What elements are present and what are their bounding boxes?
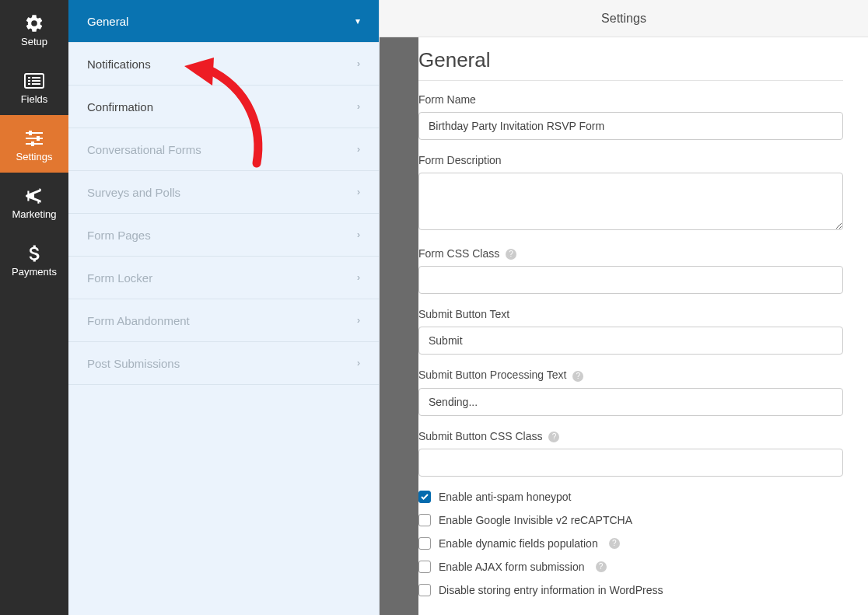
form-name-input[interactable] <box>418 112 843 140</box>
sub-item-conversational-forms[interactable]: Conversational Forms › <box>68 128 379 171</box>
help-icon[interactable]: ? <box>572 371 583 382</box>
sub-item-general[interactable]: General ▾ <box>68 0 379 43</box>
sub-item-form-locker[interactable]: Form Locker › <box>68 257 379 299</box>
submit-css-class-input[interactable] <box>418 449 843 477</box>
nav-payments[interactable]: Payments <box>0 230 68 288</box>
svg-rect-8 <box>29 131 32 135</box>
main-column: Settings General Form Name Form Descript… <box>380 0 868 615</box>
nav-marketing[interactable]: Marketing <box>0 173 68 230</box>
help-icon[interactable]: ? <box>596 561 607 572</box>
submit-button-text-label: Submit Button Text <box>418 308 843 320</box>
chevron-right-icon: › <box>357 358 360 369</box>
nav-label: Fields <box>21 93 48 105</box>
form-name-label: Form Name <box>418 93 843 106</box>
content-card: General Form Name Form Description Form … <box>418 37 868 615</box>
content-well: General Form Name Form Description Form … <box>380 37 868 615</box>
sub-item-label: Form Locker <box>87 271 152 285</box>
sub-item-label: Form Abandonment <box>87 314 190 327</box>
submit-processing-text-label: Submit Button Processing Text ? <box>418 369 843 381</box>
list-icon <box>24 68 44 93</box>
svg-rect-12 <box>31 142 34 146</box>
nav-label: Marketing <box>12 208 56 220</box>
gear-icon <box>24 11 44 36</box>
help-icon[interactable]: ? <box>506 249 516 260</box>
chevron-right-icon: › <box>357 101 360 112</box>
sub-item-label: Conversational Forms <box>87 143 201 156</box>
checkbox-label: Enable anti-spam honeypot <box>439 491 571 503</box>
checkbox-row-recaptcha: Enable Google Invisible v2 reCAPTCHA <box>418 514 843 526</box>
sub-item-surveys-polls[interactable]: Surveys and Polls › <box>68 171 379 214</box>
checkbox-row-ajax: Enable AJAX form submission ? <box>418 561 843 573</box>
nav-label: Setup <box>21 36 47 47</box>
sub-item-label: General <box>87 15 128 28</box>
sub-item-label: Notifications <box>87 58 151 71</box>
sub-item-label: Post Submissions <box>87 357 180 370</box>
sub-item-form-pages[interactable]: Form Pages › <box>68 214 379 257</box>
dollar-icon <box>28 241 40 266</box>
form-css-class-label: Form CSS Class ? <box>418 247 843 260</box>
help-icon[interactable]: ? <box>609 538 620 549</box>
sub-item-label: Surveys and Polls <box>87 186 180 199</box>
chevron-right-icon: › <box>357 272 360 283</box>
checkbox-row-honeypot: Enable anti-spam honeypot <box>418 491 843 503</box>
chevron-right-icon: › <box>357 144 360 155</box>
sub-item-label: Form Pages <box>87 229 151 242</box>
submit-button-text-input[interactable] <box>418 327 843 355</box>
chevron-down-icon: ▾ <box>355 16 360 26</box>
submit-processing-text-input[interactable] <box>418 388 843 416</box>
form-description-label: Form Description <box>418 154 843 166</box>
bullhorn-icon <box>24 183 44 208</box>
checkbox-row-disable-storing: Disable storing entry information in Wor… <box>418 584 843 596</box>
checkbox-label: Enable Google Invisible v2 reCAPTCHA <box>439 514 632 526</box>
form-css-class-input[interactable] <box>418 266 843 294</box>
primary-vertical-nav: Setup Fields Settings Marketing Payments <box>0 0 68 615</box>
page-title: Settings <box>601 12 646 26</box>
chevron-right-icon: › <box>357 229 360 240</box>
checkbox-label: Enable AJAX form submission <box>439 561 585 573</box>
sub-item-post-submissions[interactable]: Post Submissions › <box>68 342 379 385</box>
form-description-textarea[interactable] <box>418 173 843 230</box>
nav-label: Payments <box>12 266 57 278</box>
checkbox-label: Enable dynamic fields population <box>439 537 598 550</box>
sliders-icon <box>24 126 44 151</box>
sub-item-label: Confirmation <box>87 100 153 114</box>
chevron-right-icon: › <box>357 58 360 69</box>
chevron-right-icon: › <box>357 315 360 326</box>
help-icon[interactable]: ? <box>548 432 559 442</box>
checkbox-dynamic-fields[interactable] <box>418 537 431 550</box>
section-heading: General <box>418 48 843 81</box>
sub-item-form-abandonment[interactable]: Form Abandonment › <box>68 299 379 342</box>
nav-fields[interactable]: Fields <box>0 58 68 115</box>
checkbox-disable-storing[interactable] <box>418 584 431 596</box>
sub-item-notifications[interactable]: Notifications › <box>68 43 379 86</box>
checkbox-ajax[interactable] <box>418 561 431 573</box>
checkbox-honeypot[interactable] <box>418 491 431 503</box>
sub-item-confirmation[interactable]: Confirmation › <box>68 86 379 128</box>
checkbox-recaptcha[interactable] <box>418 514 431 526</box>
nav-setup[interactable]: Setup <box>0 0 68 58</box>
chevron-right-icon: › <box>357 187 360 197</box>
submit-css-class-label: Submit Button CSS Class ? <box>418 430 843 442</box>
top-bar: Settings <box>380 0 868 37</box>
checkbox-label: Disable storing entry information in Wor… <box>439 584 663 596</box>
nav-settings[interactable]: Settings <box>0 115 68 173</box>
settings-subpanel: General ▾ Notifications › Confirmation ›… <box>68 0 380 615</box>
checkbox-row-dynamic-fields: Enable dynamic fields population ? <box>418 537 843 550</box>
nav-label: Settings <box>16 151 53 162</box>
svg-rect-10 <box>37 136 40 141</box>
